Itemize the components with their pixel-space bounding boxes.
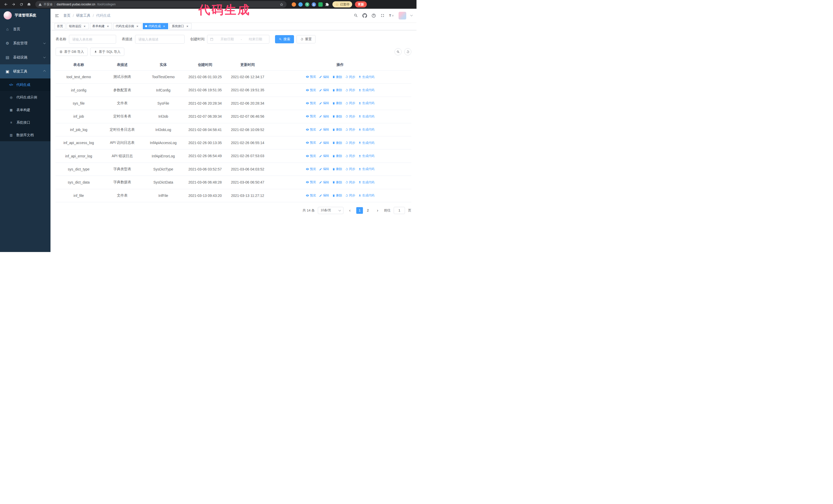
tab-item[interactable]: 代码生成示例× (113, 23, 142, 29)
edit-link[interactable]: 编辑 (319, 167, 329, 171)
reload-icon[interactable] (18, 1, 25, 8)
page-button-2[interactable]: 2 (364, 207, 371, 214)
preview-link[interactable]: 预览 (306, 127, 316, 132)
fullscreen-icon[interactable] (380, 13, 385, 18)
extensions-puzzle-icon[interactable] (325, 2, 329, 7)
user-avatar[interactable] (399, 12, 406, 20)
edit-link[interactable]: 编辑 (319, 88, 329, 92)
extension-icon-vue[interactable]: V (305, 2, 309, 7)
generate-code-link[interactable]: 生成代码 (358, 167, 375, 171)
preview-link[interactable]: 预览 (306, 180, 316, 184)
tab-item[interactable]: 代码生成× (143, 23, 168, 29)
edit-link[interactable]: 编辑 (319, 180, 329, 185)
home-nav-icon[interactable] (26, 1, 32, 8)
app-logo[interactable]: 芋道管理系统 (0, 9, 50, 22)
search-button[interactable]: 搜索 (275, 35, 294, 43)
refresh-table-button[interactable] (404, 48, 411, 55)
tab-item[interactable]: 首页 (54, 23, 65, 29)
update-button[interactable]: 更新 (355, 1, 367, 7)
delete-link[interactable]: 删除 (332, 127, 342, 132)
font-size-icon[interactable]: TT (389, 14, 394, 18)
sync-link[interactable]: 同步 (345, 88, 355, 92)
extension-icon-blue-drop[interactable] (298, 2, 303, 7)
import-db-button[interactable]: 基于 DB 导入 (56, 48, 88, 56)
edit-link[interactable]: 编辑 (319, 154, 329, 158)
sync-link[interactable]: 同步 (345, 180, 355, 185)
delete-link[interactable]: 删除 (332, 88, 342, 92)
tab-item[interactable]: 系统接口× (169, 23, 191, 29)
delete-link[interactable]: 删除 (332, 141, 342, 145)
sync-link[interactable]: 同步 (345, 127, 355, 132)
tab-item[interactable]: 表单构建× (90, 23, 112, 29)
prev-page-button[interactable]: ‹ (347, 207, 353, 214)
back-icon[interactable] (3, 1, 9, 8)
paused-badge[interactable]: ☺ 已暂停 (332, 1, 352, 7)
preview-link[interactable]: 预览 (306, 141, 316, 145)
sidebar-item-codegen[interactable]: </>代码生成 (0, 78, 50, 91)
generate-code-link[interactable]: 生成代码 (358, 75, 375, 79)
generate-code-link[interactable]: 生成代码 (358, 154, 375, 158)
sidebar-item-infrastructure[interactable]: ▤基础设施 (0, 50, 50, 64)
sync-link[interactable]: 同步 (345, 114, 355, 119)
generate-code-link[interactable]: 生成代码 (358, 88, 375, 92)
table-desc-input[interactable] (135, 35, 185, 44)
sidebar-item-db-doc[interactable]: ▥数据库文档 (0, 129, 50, 141)
close-icon[interactable]: × (106, 24, 110, 28)
delete-link[interactable]: 删除 (332, 167, 342, 171)
sync-link[interactable]: 同步 (345, 154, 355, 158)
generate-code-link[interactable]: 生成代码 (358, 141, 375, 145)
chevron-down-icon[interactable] (410, 14, 413, 17)
extension-icon-orange[interactable] (292, 2, 296, 7)
generate-code-link[interactable]: 生成代码 (358, 180, 375, 185)
tab-item[interactable]: 链路追踪× (67, 23, 89, 29)
preview-link[interactable]: 预览 (306, 88, 316, 92)
preview-link[interactable]: 预览 (306, 154, 316, 158)
forward-icon[interactable] (10, 1, 17, 8)
github-icon[interactable] (362, 13, 367, 18)
table-name-input[interactable] (69, 35, 116, 44)
preview-link[interactable]: 预览 (306, 101, 316, 105)
edit-link[interactable]: 编辑 (319, 114, 329, 119)
goto-page-input[interactable] (394, 207, 405, 214)
generate-code-link[interactable]: 生成代码 (358, 101, 375, 105)
page-size-select[interactable]: 10条/页 (318, 207, 343, 214)
preview-link[interactable]: 预览 (306, 193, 316, 198)
sidebar-toggle-icon[interactable] (54, 13, 59, 18)
next-page-button[interactable]: › (374, 207, 381, 214)
delete-link[interactable]: 删除 (332, 193, 342, 198)
import-sql-button[interactable]: 基于 SQL 导入 (90, 48, 124, 56)
preview-link[interactable]: 预览 (306, 167, 316, 171)
sidebar-item-codegen-demo[interactable]: ◎代码生成示例 (0, 91, 50, 103)
breadcrumb-item[interactable]: 研发工具 (76, 13, 91, 18)
generate-code-link[interactable]: 生成代码 (358, 127, 375, 132)
close-icon[interactable]: × (83, 24, 86, 28)
preview-link[interactable]: 预览 (306, 114, 316, 118)
close-icon[interactable]: × (136, 24, 139, 28)
sidebar-item-home[interactable]: ⌂首页 (0, 22, 50, 36)
extension-icon-people[interactable] (312, 2, 316, 7)
sync-link[interactable]: 同步 (345, 167, 355, 171)
delete-link[interactable]: 删除 (332, 180, 342, 185)
sync-link[interactable]: 同步 (345, 101, 355, 105)
edit-link[interactable]: 编辑 (319, 127, 329, 132)
delete-link[interactable]: 删除 (332, 75, 342, 79)
security-label[interactable]: 不安全 (44, 2, 53, 7)
sync-link[interactable]: 同步 (345, 141, 355, 145)
delete-link[interactable]: 删除 (332, 101, 342, 105)
close-icon[interactable]: × (186, 24, 189, 28)
help-icon[interactable] (372, 13, 376, 18)
extension-icon-green[interactable] (318, 2, 323, 7)
sidebar-item-system-mgmt[interactable]: ⚙系统管理 (0, 36, 50, 50)
delete-link[interactable]: 删除 (332, 114, 342, 119)
breadcrumb-item[interactable]: 首页 (63, 13, 70, 18)
delete-link[interactable]: 删除 (332, 154, 342, 158)
sidebar-item-form-builder[interactable]: ▦表单构建 (0, 103, 50, 116)
sidebar-item-dev-tools[interactable]: ▣研发工具 (0, 64, 50, 78)
generate-code-link[interactable]: 生成代码 (358, 193, 375, 198)
edit-link[interactable]: 编辑 (319, 141, 329, 145)
page-button-1[interactable]: 1 (356, 207, 363, 214)
close-icon[interactable]: × (162, 24, 166, 28)
sidebar-item-system-api[interactable]: ≡系统接口 (0, 116, 50, 129)
search-icon[interactable] (354, 13, 358, 18)
bookmark-star-icon[interactable] (280, 3, 284, 6)
